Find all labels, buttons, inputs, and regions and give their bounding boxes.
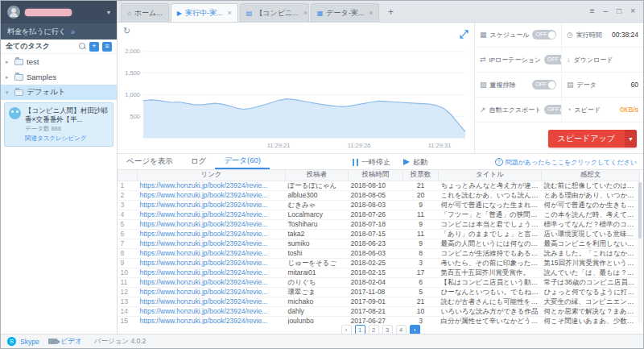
post-time-cell: 2018-07-26 <box>349 210 403 219</box>
review-link[interactable]: https://www.honzuki.jp/book/23924/revie.… <box>138 210 286 219</box>
post-time-cell: 2017-06-27 <box>349 316 403 324</box>
review-link[interactable]: https://www.honzuki.jp/book/23924/revie.… <box>138 316 286 324</box>
row-index: 10 <box>118 268 138 277</box>
post-time-cell: 2017-09-01 <box>349 297 403 306</box>
new-tab-button[interactable]: + <box>383 5 398 19</box>
tree-item-default[interactable]: ▾ デフォルト <box>1 85 117 100</box>
user-header[interactable]: ▾ <box>1 1 117 23</box>
schedule-toggle[interactable]: OFF <box>532 30 556 39</box>
new-task-button[interactable]: + <box>89 42 99 52</box>
maximize-icon[interactable]: □ <box>617 6 621 15</box>
title-cell: 考いたら、その前に印象ったは面白。 <box>439 258 542 268</box>
votes-cell: 20 <box>403 190 439 200</box>
review-link[interactable]: https://www.honzuki.jp/book/23924/revie.… <box>138 258 286 268</box>
help-link[interactable]: ? 問題があったらここをクリックしてください <box>495 154 637 170</box>
row-index: 4 <box>118 210 138 219</box>
comment-cell: 店い環境実現している意味の書店中は... <box>542 229 640 239</box>
votes-cell: 8 <box>403 248 439 258</box>
data-section-tabs: ページを表示 ログ データ(60) 一時停止 起動 ? 問題があったらここをクリ… <box>118 154 643 170</box>
runtime-label: 実行時間 <box>576 31 602 39</box>
table-row: 13https://www.honzuki.jp/book/23924/revi… <box>118 297 640 306</box>
close-icon[interactable]: × <box>303 9 308 17</box>
download-row[interactable]: ↓ ダウンロード <box>562 48 643 73</box>
task-card[interactable]: 【コンビニ人間】村田沙耶香×交番番外【半... データ数 888 関連タスクレシ… <box>4 102 114 147</box>
table-row: 7https://www.honzuki.jp/book/23924/revie… <box>118 239 640 248</box>
tab-running[interactable]: ▶ 実行中-実... × <box>171 3 238 22</box>
tab-data[interactable]: ▦ データ-実... × <box>311 3 380 22</box>
skype-link[interactable]: Skype <box>20 338 39 346</box>
dedupe-label: 重複排除 <box>490 81 516 89</box>
title-cell: 「フツー」と「普通」の狭間で考える... <box>439 210 542 219</box>
minimize-icon[interactable]: – <box>604 6 609 15</box>
table-scrollbar[interactable] <box>638 181 642 323</box>
ip-rotation-toggle[interactable]: OFF <box>544 55 562 64</box>
post-time-cell: 2018-07-18 <box>349 219 403 229</box>
tab-data-60[interactable]: データ(60) <box>215 154 270 169</box>
document-icon: ▤ <box>246 10 253 17</box>
comment-cell: 大変生の縁、コンビニエンスストアの新... <box>542 297 640 306</box>
refresh-icon[interactable]: ↻ <box>123 27 130 35</box>
tab-log[interactable]: ログ <box>182 154 215 169</box>
play-icon <box>403 159 410 165</box>
author-cell: dahly <box>286 306 349 316</box>
tree-item-samples[interactable]: ▸ Samples <box>1 69 117 85</box>
tree-item-test[interactable]: ▸ test <box>1 54 117 69</box>
review-link[interactable]: https://www.honzuki.jp/book/23924/revie.… <box>138 297 286 306</box>
download-icon: ↓ <box>567 56 571 64</box>
author-cell: むきみゃ <box>286 200 349 210</box>
comment-cell: 第15回芥川賞受賞作というだと読んで... <box>542 258 640 268</box>
pay-plan-link[interactable]: 料金を払うに行く » <box>1 23 117 39</box>
col-title[interactable]: タイトル <box>439 170 542 181</box>
tab-task[interactable]: ▤ 【コンビニ... × <box>240 3 309 22</box>
author-cell: じゅーをそるご <box>286 258 349 268</box>
review-link[interactable]: https://www.honzuki.jp/book/23924/revie.… <box>138 190 286 200</box>
tab-home[interactable]: ⌂ ホーム... <box>121 3 169 22</box>
folder-icon <box>14 59 23 65</box>
speed-up-label: スピードアップ <box>548 130 625 147</box>
review-link[interactable]: https://www.honzuki.jp/book/23924/revie.… <box>138 229 286 239</box>
menu-icon[interactable]: ≡ <box>590 6 595 15</box>
title-cell: コンビニが生活維持でもある日本人の... <box>439 248 542 258</box>
col-link[interactable]: リンク <box>138 170 286 181</box>
related-task-link[interactable]: 関連タスクレシピング <box>25 135 109 143</box>
review-link[interactable]: https://www.honzuki.jp/book/23924/revie.… <box>138 277 286 287</box>
runtime-value: 00:38:24 <box>612 31 638 39</box>
col-comment[interactable]: 感想文 <box>542 170 640 181</box>
new-group-button[interactable]: ≡ <box>102 42 112 52</box>
auto-export-toggle[interactable]: OFF <box>544 105 562 114</box>
review-link[interactable]: https://www.honzuki.jp/book/23924/revie.… <box>138 219 286 229</box>
col-time[interactable]: 投稿時間 <box>349 170 403 181</box>
post-time-cell: 2018-02-04 <box>349 277 403 287</box>
comment-cell: 何こそ間違いあまあ、少数世界に... <box>542 316 640 324</box>
search-icon[interactable] <box>79 43 86 50</box>
col-author[interactable]: 投稿者 <box>286 170 349 181</box>
close-icon[interactable]: × <box>630 6 635 15</box>
video-link[interactable]: ビデオ <box>61 337 82 347</box>
tab-show-page[interactable]: ページを表示 <box>118 154 182 169</box>
title-cell: 読むが古者さんにも可能性を持っても... <box>439 297 542 306</box>
scrollbar-thumb[interactable] <box>638 182 642 239</box>
review-link[interactable]: https://www.honzuki.jp/book/23924/revie.… <box>138 239 286 248</box>
votes-cell: 9 <box>403 200 439 210</box>
tab-label: ホーム... <box>134 8 163 19</box>
review-link[interactable]: https://www.honzuki.jp/book/23924/revie.… <box>138 181 286 190</box>
votes-cell: 3 <box>403 316 439 324</box>
close-icon[interactable]: × <box>369 9 373 17</box>
author-cell: joulunbo <box>286 316 349 324</box>
dedupe-toggle[interactable]: OFF <box>532 80 556 89</box>
speed-up-button[interactable]: スピードアップ ▼ <box>548 130 637 147</box>
close-icon[interactable]: × <box>227 9 231 17</box>
review-link[interactable]: https://www.honzuki.jp/book/23924/revie.… <box>138 268 286 277</box>
review-link[interactable]: https://www.honzuki.jp/book/23924/revie.… <box>138 248 286 258</box>
review-link[interactable]: https://www.honzuki.jp/book/23924/revie.… <box>138 306 286 316</box>
col-votes[interactable]: 投票数 <box>403 170 439 181</box>
post-time-cell: 2018-02-25 <box>349 258 403 268</box>
review-link[interactable]: https://www.honzuki.jp/book/23924/revie.… <box>138 200 286 210</box>
review-link[interactable]: https://www.honzuki.jp/book/23924/revie.… <box>138 287 286 297</box>
pause-button[interactable]: 一時停止 <box>353 157 390 168</box>
data-count-row: ▤ データ 60 <box>562 73 643 98</box>
title-cell: これを読むかあ、いつも読んだ人に立ち... <box>439 190 542 200</box>
start-button[interactable]: 起動 <box>403 157 427 168</box>
title-cell: コンビニは本当と君でしょうか？と... <box>439 219 542 229</box>
table-row: 14https://www.honzuki.jp/book/23924/revi… <box>118 306 640 316</box>
